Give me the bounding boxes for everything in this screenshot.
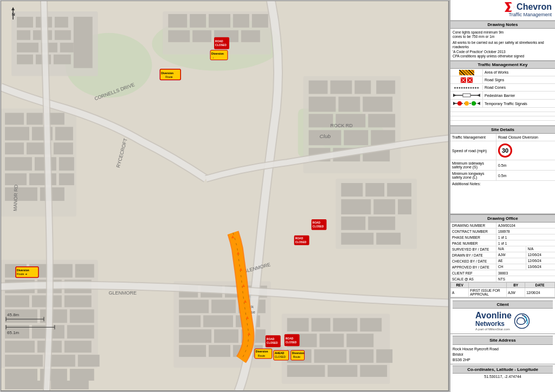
svg-text:CLOSED: CLOSED <box>286 341 297 344</box>
brand-subtitle: Traffic Management <box>508 12 552 18</box>
drawing-notes-content: Cone lights spaced minimum 9m cones to b… <box>450 29 555 61</box>
svg-rect-129 <box>5 355 43 367</box>
svg-rect-26 <box>168 30 190 42</box>
svg-text:▲: ▲ <box>238 266 243 272</box>
svg-rect-128 <box>64 341 92 352</box>
road-cones-label: Road Cones <box>483 85 507 90</box>
svg-rect-126 <box>5 341 35 352</box>
tmk-title: Traffic Management Key <box>450 61 555 69</box>
site-address-line2: Bristol <box>453 352 553 357</box>
svg-rect-27 <box>192 30 211 42</box>
svg-text:CLOSED: CLOSED <box>215 43 227 47</box>
svg-rect-35 <box>309 97 336 112</box>
svg-rect-49 <box>365 183 384 197</box>
svg-rect-29 <box>241 30 260 42</box>
svg-rect-21 <box>168 14 187 28</box>
svg-rect-93 <box>27 113 43 125</box>
svg-rect-34 <box>376 81 395 94</box>
svg-rect-24 <box>233 14 249 28</box>
svg-rect-31 <box>309 81 328 94</box>
svg-text:Route: Route <box>165 75 172 79</box>
svg-rect-23 <box>209 14 230 28</box>
area-of-works-label: Area of Works <box>483 70 510 75</box>
site-address-line1: Rock House Ryecroft Road <box>453 347 553 352</box>
svg-point-213 <box>457 101 462 106</box>
avonline-sub: A part of MiltonStar.com <box>475 328 512 331</box>
site-address-line3: BS36 2HP <box>453 357 553 363</box>
rev-col-header: REV <box>451 283 469 288</box>
svg-rect-73 <box>209 345 230 357</box>
sd-speed-value: 30 <box>496 141 514 160</box>
svg-text:45.8m: 45.8m <box>7 312 20 317</box>
rev-table: REV BY DATE A FIRST ISSUE FOR APPROVAL A… <box>450 282 555 297</box>
do-client-ref: CLIENT REF 38803 <box>450 270 555 276</box>
do-drawn: DRAWN BY / DATE AJW 12/06/24 <box>450 252 555 258</box>
svg-text:CLOSED: CLOSED <box>295 240 307 244</box>
svg-rect-85 <box>314 349 347 363</box>
tmk-row-cones: ●●●●●●●●●●● Road Cones <box>450 84 555 92</box>
avonline-networks: Networks <box>475 321 512 328</box>
tmk-row-tts: Temporary Traffic Signals <box>450 100 555 108</box>
sd-speed: Speed of road (mph) 30 <box>450 141 555 160</box>
sd-traffic-mgmt-label: Traffic Management <box>450 134 496 141</box>
svg-rect-86 <box>349 349 373 363</box>
svg-rect-56 <box>341 233 373 245</box>
svg-text:MANOR RD: MANOR RD <box>12 184 19 211</box>
svg-rect-80 <box>360 318 382 331</box>
svg-rect-117 <box>5 295 29 307</box>
svg-marker-211 <box>453 102 456 105</box>
svg-rect-101 <box>5 157 32 171</box>
svg-rect-98 <box>5 142 24 154</box>
svg-rect-51 <box>341 199 371 214</box>
sd-min-sideways-label: Minimum sideways safety zone (S) <box>450 160 496 170</box>
svg-text:▲: ▲ <box>241 283 246 288</box>
svg-rect-78 <box>312 318 331 331</box>
do-drawing-number: DRAWING NUMBER AJW00104 <box>450 223 555 228</box>
avonline-name: Avonline <box>475 311 512 321</box>
svg-rect-48 <box>341 183 363 197</box>
svg-rect-105 <box>29 173 56 185</box>
do-phase-number: PHASE NUMBER 1 of 1 <box>450 234 555 240</box>
svg-rect-50 <box>387 183 411 197</box>
svg-text:Diversion: Diversion <box>161 71 173 75</box>
svg-rect-90 <box>360 365 387 377</box>
ped-barrier-label: Pedestrian Barrier <box>483 93 517 98</box>
svg-rect-25 <box>252 14 268 28</box>
svg-rect-54 <box>341 217 365 230</box>
svg-rect-32 <box>330 81 352 94</box>
road-signs-symbol <box>450 77 483 83</box>
svg-text:Diversion: Diversion <box>292 351 305 355</box>
drawing-office-title: Drawing Office <box>450 214 555 223</box>
drawing-notes-title: Drawing Notes <box>450 21 555 29</box>
tmk-row-ped-barrier: Pedestrian Barrier <box>450 92 555 100</box>
svg-rect-9 <box>55 17 68 28</box>
avonline-logo: Avonline Networks A part of MiltonStar.c… <box>475 311 530 331</box>
brand-name: Chevron <box>505 2 552 12</box>
avonline-text: Avonline Networks A part of MiltonStar.c… <box>475 311 512 331</box>
sd-min-longways-label: Minimum longways safety zone (L) <box>450 171 496 180</box>
svg-rect-95 <box>5 127 29 140</box>
do-approved: APPROVED BY / DATE CH 13/06/24 <box>450 264 555 270</box>
svg-rect-33 <box>354 81 371 94</box>
svg-rect-100 <box>54 142 73 154</box>
svg-rect-13 <box>17 43 38 53</box>
svg-rect-22 <box>190 14 206 28</box>
svg-text:Diversion: Diversion <box>211 52 224 55</box>
client-title: Client <box>453 300 553 309</box>
svg-rect-89 <box>327 365 357 377</box>
sd-min-longways: Minimum longways safety zone (L) 0.5m <box>450 171 555 181</box>
svg-rect-132 <box>5 369 37 381</box>
svg-text:Diversion: Diversion <box>256 350 268 353</box>
chevron-logo: Chevron Traffic Management <box>505 2 552 18</box>
svg-text:65.1m: 65.1m <box>7 330 20 335</box>
do-page-number: PAGE NUMBER 1 of 1 <box>450 240 555 246</box>
svg-text:GLENMORE: GLENMORE <box>109 290 137 296</box>
traffic-management-key: Traffic Management Key Area of Works Roa… <box>450 61 555 126</box>
svg-rect-77 <box>287 318 309 331</box>
svg-rect-15 <box>60 43 74 53</box>
svg-text:ROAD: ROAD <box>215 40 223 43</box>
svg-rect-40 <box>368 114 395 127</box>
svg-text:Club: Club <box>320 133 331 139</box>
svg-rect-64 <box>211 299 236 313</box>
svg-text:CLOSED: CLOSED <box>275 355 286 358</box>
